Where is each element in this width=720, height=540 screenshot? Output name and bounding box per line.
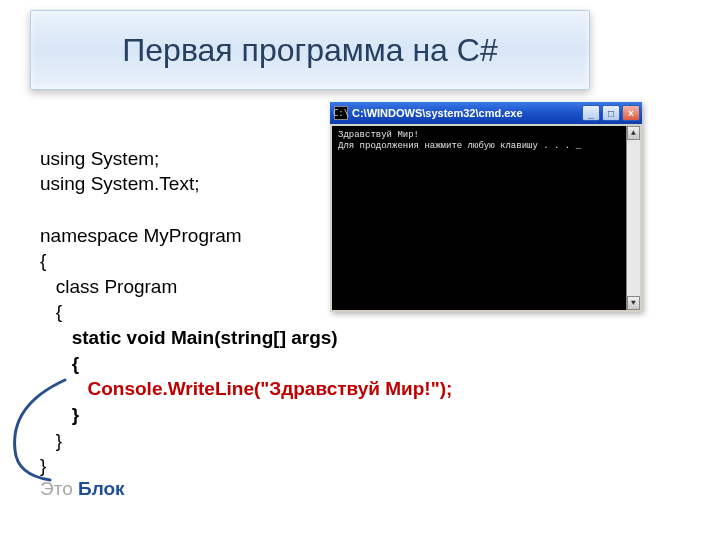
close-button[interactable]: × — [622, 105, 640, 121]
code-line: class Program — [40, 276, 177, 297]
maximize-button[interactable]: □ — [602, 105, 620, 121]
annotation: Это Блок — [40, 478, 125, 500]
code-line-main: static void Main(string[] args) — [40, 327, 338, 348]
code-line: using System.Text; — [40, 173, 199, 194]
cmd-title-text: C:\WINDOWS\system32\cmd.exe — [352, 107, 578, 119]
scroll-up-button[interactable]: ▲ — [627, 126, 640, 140]
code-line: using System; — [40, 148, 159, 169]
cmd-window: C:\ C:\WINDOWS\system32\cmd.exe _ □ × Зд… — [330, 102, 642, 312]
annotation-word: Блок — [78, 478, 125, 499]
cmd-icon: C:\ — [334, 106, 348, 120]
code-line: { — [40, 301, 62, 322]
slide-title: Первая программа на C# — [30, 10, 590, 90]
code-line: } — [40, 455, 46, 476]
code-line: } — [40, 404, 79, 425]
minimize-button[interactable]: _ — [582, 105, 600, 121]
slide-title-text: Первая программа на C# — [122, 32, 497, 69]
cmd-output: Здравствуй Мир! Для продолжения нажмите … — [332, 126, 640, 310]
scroll-down-button[interactable]: ▼ — [627, 296, 640, 310]
cmd-out-line: Здравствуй Мир! — [338, 130, 419, 140]
annotation-prefix: Это — [40, 478, 78, 499]
code-line: { — [40, 250, 46, 271]
code-line: { — [40, 353, 79, 374]
cmd-window-buttons: _ □ × — [582, 105, 640, 121]
cmd-titlebar: C:\ C:\WINDOWS\system32\cmd.exe _ □ × — [330, 102, 642, 124]
code-line-highlight: Console.WriteLine("Здравствуй Мир!"); — [40, 378, 452, 399]
cmd-out-line: Для продолжения нажмите любую клавишу . … — [338, 141, 581, 151]
cmd-frame: Здравствуй Мир! Для продолжения нажмите … — [330, 124, 642, 312]
cmd-scrollbar[interactable]: ▲ ▼ — [626, 126, 640, 310]
scroll-track[interactable] — [627, 140, 640, 296]
code-line: namespace MyProgram — [40, 225, 242, 246]
code-line: } — [40, 430, 62, 451]
